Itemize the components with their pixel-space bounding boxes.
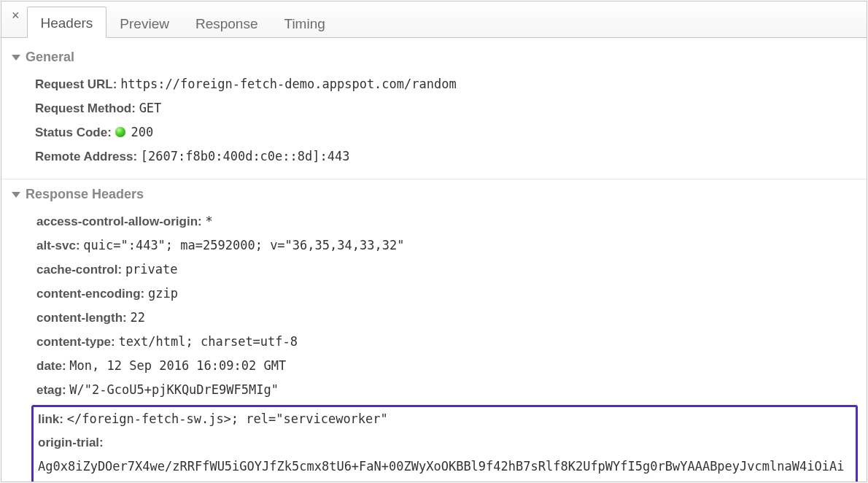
label: origin-trial — [38, 431, 106, 455]
label: Status Code — [35, 121, 115, 144]
status-code-text: 200 — [131, 125, 154, 139]
network-details-panel: × Headers Preview Response Timing Genera… — [1, 1, 867, 482]
row-cache-control: cache-control private — [36, 258, 867, 282]
label: link — [38, 408, 67, 431]
section-toggle-response-headers[interactable]: Response Headers — [1, 179, 867, 209]
row-date: date Mon, 12 Sep 2016 16:09:02 GMT — [36, 354, 867, 378]
value: </foreign-fetch-sw.js>; rel="servicework… — [67, 407, 388, 430]
chevron-down-icon — [12, 192, 20, 198]
row-content-length: content-length 22 — [36, 306, 867, 330]
label: cache-control — [36, 258, 125, 282]
general-list: Request URL https://foreign-fetch-demo.a… — [1, 72, 867, 179]
tab-preview[interactable]: Preview — [106, 8, 182, 38]
row-etag: etag W/"2-GcoU5+pjKKQuDrE9WF5MIg" — [36, 378, 867, 402]
label: content-encoding — [36, 282, 148, 306]
row-content-encoding: content-encoding gzip — [36, 282, 867, 306]
label: access-control-allow-origin — [36, 210, 205, 233]
row-request-method: Request Method GET — [35, 96, 867, 120]
close-icon[interactable]: × — [9, 8, 27, 31]
value: W/"2-GcoU5+pjKKQuDrE9WF5MIg" — [69, 378, 279, 401]
value: GET — [139, 96, 162, 120]
tab-timing[interactable]: Timing — [271, 8, 338, 38]
row-link: link </foreign-fetch-sw.js>; rel="servic… — [38, 407, 851, 431]
value: Ag0x8iZyDOer7X4we/zRRFfWU5iGOYJfZk5cmx8t… — [38, 455, 851, 482]
tab-headers[interactable]: Headers — [27, 7, 107, 38]
value: text/html; charset=utf-8 — [118, 330, 298, 353]
tabs-bar: × Headers Preview Response Timing — [1, 1, 867, 38]
section-title-label: Response Headers — [26, 187, 144, 202]
value: private — [125, 258, 178, 281]
label: alt-svc — [36, 234, 83, 258]
row-origin-trial: origin-trial Ag0x8iZyDOer7X4we/zRRFfWU5i… — [38, 431, 851, 482]
value: Mon, 12 Sep 2016 16:09:02 GMT — [69, 354, 286, 377]
label: Remote Address — [35, 145, 141, 169]
row-access-control-allow-origin: access-control-allow-origin * — [36, 209, 867, 233]
highlighted-headers-box: link </foreign-fetch-sw.js>; rel="servic… — [31, 405, 858, 482]
row-status-code: Status Code 200 — [35, 120, 867, 144]
section-toggle-general[interactable]: General — [1, 42, 867, 72]
chevron-down-icon — [12, 55, 20, 61]
section-general: General Request URL https://foreign-fetc… — [1, 42, 867, 179]
section-title-label: General — [26, 50, 74, 65]
response-headers-list: access-control-allow-origin * alt-svc qu… — [1, 209, 867, 402]
label: Request Method — [35, 97, 139, 120]
value: 200 — [115, 120, 154, 144]
row-content-type: content-type text/html; charset=utf-8 — [36, 330, 867, 354]
headers-content: General Request URL https://foreign-fetc… — [1, 38, 867, 482]
value: * — [205, 209, 212, 233]
label: date — [36, 355, 69, 378]
row-request-url: Request URL https://foreign-fetch-demo.a… — [35, 72, 867, 96]
label: etag — [36, 379, 69, 402]
value: 22 — [130, 306, 144, 329]
value: quic=":443"; ma=2592000; v="36,35,34,33,… — [83, 233, 404, 257]
label: Request URL — [35, 73, 120, 96]
section-response-headers: Response Headers access-control-allow-or… — [1, 179, 867, 482]
row-alt-svc: alt-svc quic=":443"; ma=2592000; v="36,3… — [36, 233, 867, 258]
label: content-length — [36, 306, 130, 330]
status-dot-icon — [115, 127, 125, 137]
value: https://foreign-fetch-demo.appspot.com/r… — [120, 72, 457, 96]
tab-response[interactable]: Response — [182, 8, 271, 38]
value: gzip — [148, 282, 178, 305]
value: [2607:f8b0:400d:c0e::8d]:443 — [141, 144, 350, 168]
row-remote-address: Remote Address [2607:f8b0:400d:c0e::8d]:… — [35, 144, 867, 169]
label: content-type — [36, 331, 118, 354]
